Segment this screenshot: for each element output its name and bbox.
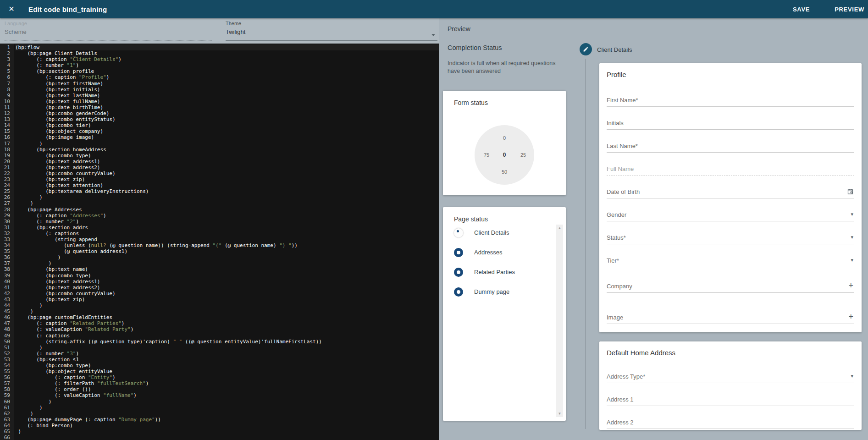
form-field-gender[interactable]: Gender▾ bbox=[607, 198, 854, 221]
close-icon[interactable]: ✕ bbox=[4, 0, 19, 18]
code-line[interactable]: (unless (null? (@ question name)) (strin… bbox=[15, 242, 439, 248]
page-progress-radio-icon[interactable] bbox=[454, 268, 463, 277]
code-line[interactable]: ) bbox=[15, 399, 439, 405]
add-icon[interactable]: + bbox=[848, 313, 853, 320]
code-line[interactable]: (bp:text name) bbox=[15, 266, 439, 272]
code-line[interactable]: (bp:page dummyPage (: caption "Dummy pag… bbox=[15, 417, 439, 423]
form-field-last-name[interactable]: Last Name* bbox=[607, 130, 854, 153]
page-status-item[interactable]: Client Details bbox=[443, 223, 566, 242]
code-line[interactable]: (bp:text address2) bbox=[15, 165, 439, 170]
dropdown-caret-icon[interactable]: ▾ bbox=[851, 235, 853, 240]
code-line[interactable]: ) bbox=[15, 302, 439, 308]
code-line[interactable]: (: caption "Client Details") bbox=[15, 56, 439, 62]
code-line[interactable]: (bp:text address1) bbox=[15, 159, 439, 165]
code-line[interactable]: (string-affix ((@ question type)'caption… bbox=[15, 339, 439, 345]
code-line[interactable]: ) bbox=[15, 254, 439, 260]
code-line[interactable]: (bp:object entityValue bbox=[15, 368, 439, 374]
code-line[interactable]: ) bbox=[15, 141, 439, 147]
code-line[interactable]: (bp:textarea deliveryInstructions) bbox=[15, 188, 439, 194]
code-line[interactable]: (: number "1") bbox=[15, 62, 439, 68]
code-line[interactable]: (bp:combo type) bbox=[15, 153, 439, 159]
page-status-item[interactable]: Addresses bbox=[443, 242, 566, 262]
form-field-address-2[interactable]: Address 2 bbox=[607, 406, 854, 429]
code-line[interactable]: (: bind Person) bbox=[15, 423, 439, 429]
code-line[interactable]: (: order ()) bbox=[15, 386, 439, 392]
page-status-item[interactable]: Dummy page bbox=[443, 282, 566, 302]
code-line[interactable]: (: captions bbox=[15, 333, 439, 339]
code-line[interactable]: (bp:combo type) bbox=[15, 273, 439, 279]
calendar-button[interactable] bbox=[847, 188, 854, 195]
code-line[interactable]: (bp:combo entityStatus) bbox=[15, 116, 439, 122]
code-line[interactable]: (: number "3") bbox=[15, 351, 439, 357]
code-line[interactable]: (bp:page Addresses bbox=[15, 207, 439, 213]
code-line[interactable]: (bp:combo countryValue) bbox=[15, 291, 439, 297]
code-line[interactable]: (bp:section addrs bbox=[15, 225, 439, 231]
code-line[interactable]: ) bbox=[15, 411, 439, 417]
code-line[interactable]: ) bbox=[15, 429, 439, 434]
code-line[interactable]: ) bbox=[15, 260, 439, 266]
code-line[interactable]: (: caption "Related Parties") bbox=[15, 320, 439, 326]
code-line[interactable]: (bp:text address1) bbox=[15, 279, 439, 285]
theme-select[interactable]: Theme Twilight bbox=[226, 21, 437, 41]
form-field-initials[interactable]: Initials bbox=[607, 107, 854, 130]
page-progress-radio-icon[interactable] bbox=[454, 248, 463, 257]
code-line[interactable] bbox=[15, 434, 439, 440]
dropdown-caret-icon[interactable]: ▾ bbox=[851, 258, 853, 263]
edit-page-icon[interactable] bbox=[580, 43, 592, 55]
code-line[interactable]: ) bbox=[15, 200, 439, 206]
page-progress-radio-icon[interactable] bbox=[454, 228, 463, 237]
form-field-address-type[interactable]: Address Type*▾ bbox=[607, 360, 854, 383]
code-line[interactable]: (: valueCaption "fullName") bbox=[15, 392, 439, 398]
code-line[interactable]: (bp:combo tier) bbox=[15, 122, 439, 128]
code-line[interactable]: ) bbox=[15, 308, 439, 314]
code-line[interactable]: (: number "2") bbox=[15, 219, 439, 225]
code-line[interactable]: (bp:text lastName) bbox=[15, 93, 439, 99]
code-line[interactable]: (: captions bbox=[15, 231, 439, 236]
code-line[interactable]: (bp:text initials) bbox=[15, 87, 439, 93]
code-line[interactable]: (bp:text zip) bbox=[15, 297, 439, 302]
code-line[interactable]: (bp:combo genderCode) bbox=[15, 110, 439, 116]
code-line[interactable]: (bp:section s1 bbox=[15, 357, 439, 363]
page-progress-radio-icon[interactable] bbox=[454, 287, 463, 297]
form-field-image[interactable]: Image+ bbox=[607, 293, 854, 324]
dropdown-caret-icon[interactable]: ▾ bbox=[851, 374, 853, 379]
code-line[interactable]: (: caption "Addresses") bbox=[15, 213, 439, 219]
form-field-full-name[interactable]: Full Name bbox=[607, 153, 854, 176]
page-status-scrollbar[interactable]: ▲ ▼ bbox=[556, 225, 563, 417]
code-line[interactable]: ) bbox=[15, 345, 439, 351]
dropdown-caret-icon[interactable]: ▾ bbox=[851, 212, 853, 217]
code-line[interactable]: (bp:text fullName) bbox=[15, 99, 439, 104]
code-lines[interactable]: (bp:flow (bp:page Client_Details (: capt… bbox=[15, 44, 439, 440]
code-line[interactable]: (: filterPath "fullTextSearch") bbox=[15, 380, 439, 386]
code-line[interactable]: (@ question address1) bbox=[15, 248, 439, 254]
code-line[interactable]: (bp:text firstName) bbox=[15, 81, 439, 87]
code-line[interactable]: (bp:page customFieldEntities bbox=[15, 314, 439, 320]
code-line[interactable]: (bp:page Client_Details bbox=[15, 50, 439, 56]
code-line[interactable]: ) bbox=[15, 194, 439, 200]
page-status-item[interactable]: Related Parties bbox=[443, 262, 566, 282]
code-line[interactable]: (bp:date birthTime) bbox=[15, 104, 439, 110]
code-line[interactable]: (bp:image image) bbox=[15, 134, 439, 140]
form-field-company[interactable]: Company+ bbox=[607, 267, 854, 293]
code-line[interactable]: (: valueCaption "Related Party") bbox=[15, 326, 439, 332]
code-line[interactable]: (bp:combo type) bbox=[15, 363, 439, 368]
add-icon[interactable]: + bbox=[848, 282, 853, 289]
form-field-address-1[interactable]: Address 1 bbox=[607, 383, 854, 406]
code-editor[interactable]: 1234567891011121314151617181920212223242… bbox=[0, 44, 439, 440]
code-line[interactable]: (bp:text address2) bbox=[15, 285, 439, 291]
code-line[interactable]: (bp:object company) bbox=[15, 128, 439, 134]
scroll-up-icon[interactable]: ▲ bbox=[556, 226, 563, 230]
save-button[interactable]: SAVE bbox=[791, 1, 812, 17]
code-line[interactable]: (bp:text zip) bbox=[15, 176, 439, 182]
code-line[interactable]: (bp:text attention) bbox=[15, 182, 439, 188]
code-line[interactable]: (bp:section profile bbox=[15, 68, 439, 74]
code-line[interactable]: (bp:flow bbox=[15, 44, 439, 50]
code-line[interactable]: (bp:section homeAddress bbox=[15, 147, 439, 153]
code-line[interactable]: (: caption "Entity") bbox=[15, 374, 439, 380]
code-line[interactable]: (bp:combo countryValue) bbox=[15, 170, 439, 176]
scroll-down-icon[interactable]: ▼ bbox=[556, 412, 563, 416]
code-line[interactable]: (string-append bbox=[15, 236, 439, 242]
form-field-first-name[interactable]: First Name* bbox=[607, 84, 854, 107]
code-line[interactable]: (: caption "Profile") bbox=[15, 74, 439, 80]
form-field-tier[interactable]: Tier*▾ bbox=[607, 244, 854, 267]
